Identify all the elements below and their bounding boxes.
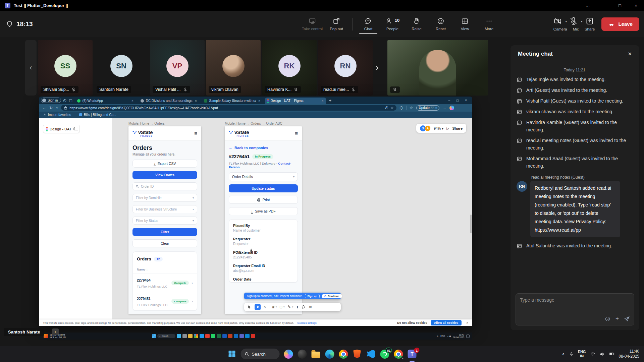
back-icon[interactable]: ←	[42, 106, 46, 110]
design-frame-order-detail[interactable]: vState FILINGS ≡ ←Back to companies #227…	[225, 126, 302, 314]
figma-canvas[interactable]: Mobile: Home → Orders Mobile: Home → Ord…	[112, 118, 472, 319]
chevron-down-icon[interactable]: ▾	[283, 306, 285, 308]
close-icon[interactable]: ×	[628, 0, 644, 11]
people-button[interactable]: 10 People	[381, 17, 404, 31]
pop-out-button[interactable]: Pop out	[325, 17, 347, 31]
app-icon[interactable]	[297, 349, 307, 359]
volume-icon[interactable]	[600, 352, 605, 356]
scale-tool-icon[interactable]: ○	[264, 305, 266, 309]
more-window-options-icon[interactable]: …	[580, 0, 596, 11]
browser-update-button[interactable]: Update♡	[416, 105, 439, 111]
bookmark-item[interactable]: Bills | Billing and Co...	[79, 113, 116, 117]
move-tool-icon[interactable]	[248, 305, 252, 309]
chrome-profile-icon[interactable]	[393, 349, 404, 359]
browser-tab[interactable]: Sample Salary Structure with calc×	[202, 98, 263, 104]
browser-tab-active[interactable]: Design - UAT – Figma×	[265, 98, 326, 104]
taskbar-clock[interactable]: 11:4008-04-2025	[619, 349, 639, 359]
chevron-down-icon[interactable]: ▾	[276, 306, 277, 308]
maximize-icon[interactable]: □	[612, 0, 628, 11]
teams-taskbar-icon[interactable]: T1	[407, 349, 417, 359]
frame-label[interactable]: Mobile: Home → Orders	[128, 122, 165, 125]
share-button[interactable]: Share	[585, 17, 595, 31]
participant-tile[interactable]: RN read.ai mee...	[318, 40, 373, 96]
mic-options-chevron-icon[interactable]: ▾	[581, 19, 583, 23]
add-overlay-icon[interactable]: +	[52, 328, 59, 335]
copilot-taskbar-icon[interactable]	[283, 349, 293, 359]
close-tab-icon[interactable]: ×	[131, 99, 133, 103]
present-icon[interactable]: ▷	[446, 126, 449, 130]
mic-button[interactable]: ▾ Mic	[569, 17, 583, 31]
chrome-icon[interactable]	[338, 349, 348, 359]
attach-plus-icon[interactable]: +	[615, 315, 619, 322]
zoom-level[interactable]: 94% ▾	[434, 126, 443, 130]
comment-tool-icon[interactable]	[302, 305, 306, 309]
raise-hand-button[interactable]: Raise	[406, 17, 428, 31]
participant-tile[interactable]	[387, 40, 488, 96]
vscode-icon[interactable]	[366, 349, 376, 359]
close-tab-icon[interactable]: ×	[322, 99, 323, 103]
participant-tile[interactable]: vikram chavan	[206, 40, 261, 96]
whatsapp-icon[interactable]: 81	[380, 349, 390, 359]
new-tab-icon[interactable]: +	[329, 98, 332, 103]
address-bar[interactable]: https://www.figma.com/design/9BKQ0FOHRWa…	[61, 105, 396, 111]
view-button[interactable]: View	[454, 17, 476, 31]
design-frame-orders[interactable]: vState FILINGS ≡ Orders Manage all your …	[128, 126, 201, 314]
participant-tile[interactable]: SS Shivani Sup...	[38, 40, 93, 96]
camera-button[interactable]: ▾ Camera	[553, 17, 567, 31]
text-tool-icon[interactable]: T	[296, 305, 299, 309]
brave-icon[interactable]	[352, 349, 362, 359]
start-button[interactable]	[227, 349, 237, 359]
browser-minimize-icon[interactable]: –	[448, 99, 450, 102]
language-indicator[interactable]: ENGIN	[578, 350, 586, 358]
frame-tool-icon[interactable]: #	[272, 305, 274, 309]
browser-maximize-icon[interactable]: □	[457, 99, 459, 102]
react-button[interactable]: React	[430, 17, 452, 31]
workspaces-icon[interactable]: ◴	[63, 98, 67, 103]
deny-cookies-button[interactable]: Do not allow cookies	[397, 321, 427, 324]
filmstrip-prev-button[interactable]: ‹	[25, 40, 37, 96]
tab-actions-icon[interactable]: ▢	[69, 98, 72, 103]
participant-tile[interactable]: RK Ravindra K...	[262, 40, 317, 96]
chat-input-box[interactable]: +	[516, 293, 634, 325]
read-aloud-icon[interactable]: A⁾	[385, 106, 388, 110]
import-favorites-button[interactable]: Import favorites	[43, 113, 71, 117]
browser-tab[interactable]: (6) WhatsApp×	[75, 98, 136, 104]
shape-tool-icon[interactable]: □	[280, 305, 282, 309]
home-icon[interactable]: ⌂	[56, 106, 58, 110]
refresh-icon[interactable]: ↻	[49, 106, 53, 110]
cookie-settings-link[interactable]: Cookies settings	[297, 321, 316, 324]
chevron-down-icon[interactable]: ▾	[292, 306, 293, 308]
extensions-icon[interactable]: ⬡	[399, 106, 403, 110]
more-button[interactable]: More	[478, 17, 500, 31]
leave-button[interactable]: Leave	[601, 17, 639, 31]
close-cookie-icon[interactable]: ×	[466, 321, 468, 325]
file-explorer-icon[interactable]	[311, 349, 321, 359]
allow-cookies-button[interactable]: Allow all cookies	[431, 320, 462, 325]
wifi-icon[interactable]	[590, 352, 595, 356]
edge-icon[interactable]	[325, 349, 335, 359]
browser-profile-button[interactable]: Sign in	[41, 98, 61, 103]
collaborator-avatar[interactable]: A	[425, 125, 431, 131]
participant-tile[interactable]: SN Santosh Narate	[94, 40, 149, 96]
message-bubble[interactable]: Redberyl and Santosh added read.ai meeti…	[530, 181, 620, 237]
figma-share-button[interactable]: Share	[452, 126, 463, 130]
taskbar-search[interactable]: Search	[241, 349, 280, 359]
copilot-icon[interactable]	[449, 106, 454, 110]
canvas-scrollbar[interactable]	[470, 215, 472, 233]
figma-signup-button[interactable]: Sign up	[305, 294, 319, 298]
emoji-icon[interactable]	[605, 316, 610, 322]
frame-label[interactable]: Mobile: Home → Orders → Order ABC	[225, 122, 282, 125]
tray-expand-icon[interactable]: ∧	[562, 352, 565, 356]
battery-icon[interactable]	[609, 352, 614, 356]
browser-menu-icon[interactable]: …	[442, 106, 446, 110]
close-tab-icon[interactable]: ×	[195, 99, 197, 103]
hand-tool-active[interactable]	[255, 304, 261, 310]
participant-tile[interactable]: VP Vishal Patil ...	[150, 40, 205, 96]
camera-options-chevron-icon[interactable]: ▾	[565, 19, 567, 23]
favorite-star-icon[interactable]: ☆	[390, 106, 393, 110]
chat-button[interactable]: Chat	[357, 17, 379, 31]
copy-icon[interactable]	[73, 127, 76, 130]
tray-mic-icon[interactable]	[569, 352, 574, 356]
browser-close-icon[interactable]: ×	[465, 99, 467, 102]
filmstrip-next-button[interactable]: ›	[376, 62, 379, 73]
